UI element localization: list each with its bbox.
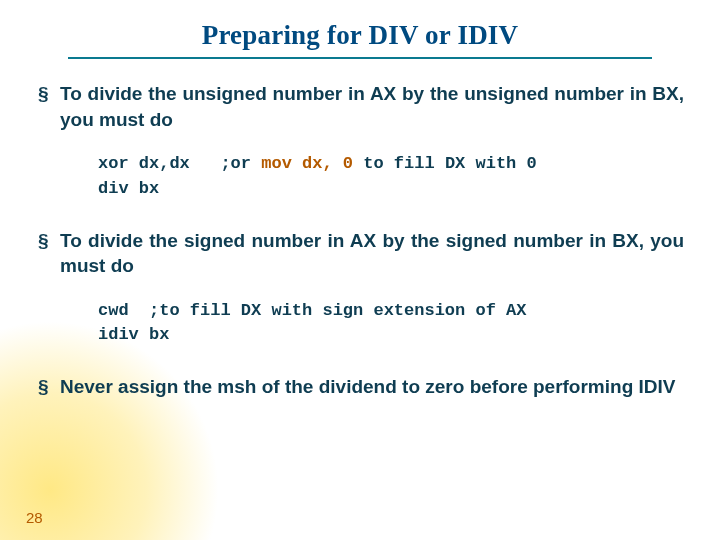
code-text: xor dx,dx bbox=[98, 154, 220, 173]
bullet-list: To divide the unsigned number in AX by t… bbox=[28, 81, 692, 132]
code-text: ;to fill DX with sign extension of AX bbox=[149, 301, 526, 320]
code-block-1: xor dx,dx ;or mov dx, 0 to fill DX with … bbox=[98, 152, 692, 201]
page-number: 28 bbox=[26, 509, 43, 526]
slide-content: Preparing for DIV or IDIV To divide the … bbox=[0, 0, 720, 400]
code-text: cwd bbox=[98, 301, 149, 320]
bullet-item-1: To divide the unsigned number in AX by t… bbox=[34, 81, 684, 132]
code-text: idiv bx bbox=[98, 325, 169, 344]
bullet-item-3: Never assign the msh of the dividend to … bbox=[34, 374, 684, 400]
code-block-2: cwd ;to fill DX with sign extension of A… bbox=[98, 299, 692, 348]
bullet-list: Never assign the msh of the dividend to … bbox=[28, 374, 692, 400]
bullet-list: To divide the signed number in AX by the… bbox=[28, 228, 692, 279]
bullet-item-2: To divide the signed number in AX by the… bbox=[34, 228, 684, 279]
code-text: ;or bbox=[220, 154, 261, 173]
code-text: to fill DX with 0 bbox=[353, 154, 537, 173]
code-text: div bx bbox=[98, 179, 159, 198]
slide-title: Preparing for DIV or IDIV bbox=[68, 18, 652, 59]
code-highlight: mov dx, 0 bbox=[261, 154, 353, 173]
